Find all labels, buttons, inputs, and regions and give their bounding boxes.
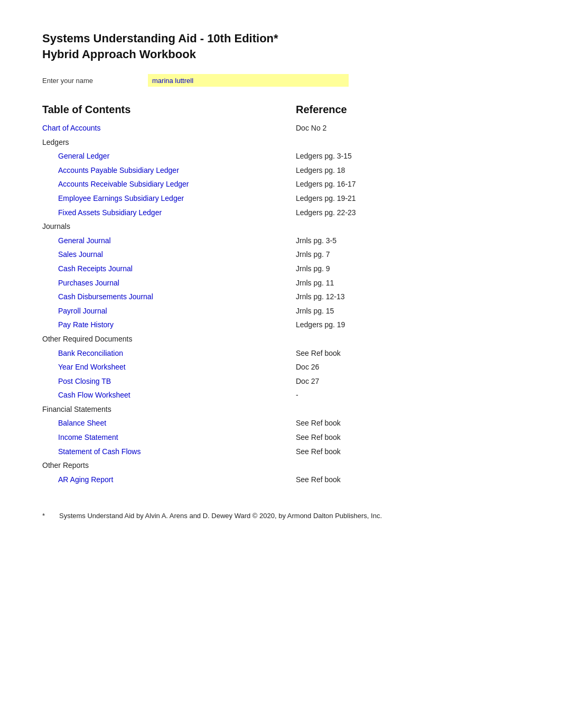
toc-item[interactable]: Balance Sheet <box>42 416 296 430</box>
ref-item: Ledgers pg. 18 <box>296 163 519 178</box>
toc-link[interactable]: Year End Worksheet <box>58 363 126 371</box>
toc-item[interactable]: Year End Worksheet <box>42 360 296 374</box>
ref-item: Ledgers pg. 3-15 <box>296 149 519 163</box>
toc-link[interactable]: Post Closing TB <box>58 377 111 385</box>
ref-item: See Ref book <box>296 430 519 445</box>
ref-item <box>296 135 519 150</box>
ref-item: Jrnls pg. 12-13 <box>296 290 519 304</box>
toc-item[interactable]: Cash Disbursements Journal <box>42 290 296 304</box>
name-label: Enter your name <box>42 77 148 85</box>
toc-section-label: Journals <box>42 222 70 231</box>
toc-item[interactable]: Chart of Accounts <box>42 121 296 135</box>
footnote-text: Systems Understand Aid by Alvin A. Arens… <box>59 512 382 520</box>
toc-item[interactable]: Statement of Cash Flows <box>42 445 296 459</box>
toc-link[interactable]: General Ledger <box>58 152 109 160</box>
toc-item[interactable]: Income Statement <box>42 430 296 445</box>
ref-item: Ledgers pg. 19 <box>296 318 519 332</box>
toc-link[interactable]: Statement of Cash Flows <box>58 447 141 456</box>
toc-item: Other Reports <box>42 458 296 473</box>
toc-item[interactable]: Payroll Journal <box>42 304 296 318</box>
toc-item[interactable]: Purchases Journal <box>42 276 296 290</box>
toc-section-label: Ledgers <box>42 138 69 146</box>
ref-item: Ledgers pg. 19-21 <box>296 191 519 206</box>
toc-section-label: Financial Statements <box>42 405 111 413</box>
toc-item: Ledgers <box>42 135 296 150</box>
toc-item[interactable]: General Ledger <box>42 149 296 163</box>
toc-link[interactable]: General Journal <box>58 236 111 245</box>
toc-item[interactable]: Cash Receipts Journal <box>42 262 296 276</box>
ref-header: Reference <box>296 104 519 116</box>
toc-link[interactable]: Cash Disbursements Journal <box>58 292 153 301</box>
ref-item: Jrnls pg. 15 <box>296 304 519 318</box>
toc-item: Other Required Documents <box>42 332 296 346</box>
ref-item: Ledgers pg. 22-23 <box>296 206 519 220</box>
toc-item[interactable]: Employee Earnings Subsidiary Ledger <box>42 191 296 206</box>
ref-item: - <box>296 388 519 402</box>
toc-item[interactable]: Post Closing TB <box>42 374 296 389</box>
ref-item: Doc No 2 <box>296 121 519 135</box>
ref-item: Ledgers pg. 16-17 <box>296 177 519 191</box>
name-input[interactable] <box>148 74 349 87</box>
ref-item: Doc 26 <box>296 360 519 374</box>
toc-link[interactable]: Pay Rate History <box>58 320 114 329</box>
toc-item[interactable]: General Journal <box>42 234 296 248</box>
toc-link[interactable]: Income Statement <box>58 433 118 441</box>
ref-item: Doc 27 <box>296 374 519 389</box>
toc-link[interactable]: Purchases Journal <box>58 279 119 287</box>
toc-item[interactable]: Accounts Payable Subsidiary Ledger <box>42 163 296 178</box>
ref-item: See Ref book <box>296 416 519 430</box>
ref-item: Jrnls pg. 9 <box>296 262 519 276</box>
toc-link[interactable]: Cash Receipts Journal <box>58 264 133 273</box>
ref-item: See Ref book <box>296 473 519 487</box>
toc-item[interactable]: Sales Journal <box>42 247 296 262</box>
toc-item[interactable]: Bank Reconciliation <box>42 346 296 361</box>
ref-item: Jrnls pg. 11 <box>296 276 519 290</box>
toc-link[interactable]: Accounts Receivable Subsidiary Ledger <box>58 180 189 188</box>
toc-header: Table of Contents <box>42 104 296 116</box>
toc-link[interactable]: Employee Earnings Subsidiary Ledger <box>58 194 184 202</box>
toc-link[interactable]: Payroll Journal <box>58 307 107 315</box>
toc-item[interactable]: Fixed Assets Subsidiary Ledger <box>42 206 296 220</box>
toc-item: Journals <box>42 219 296 234</box>
ref-item <box>296 402 519 417</box>
footnote-star: * <box>42 512 51 520</box>
ref-item <box>296 332 519 346</box>
ref-item <box>296 219 519 234</box>
main-title-line2: Hybrid Approach Workbook <box>42 48 519 61</box>
ref-item: Jrnls pg. 3-5 <box>296 234 519 248</box>
toc-link[interactable]: Fixed Assets Subsidiary Ledger <box>58 208 162 217</box>
toc-item: Financial Statements <box>42 402 296 417</box>
toc-link[interactable]: AR Aging Report <box>58 475 113 484</box>
toc-link[interactable]: Chart of Accounts <box>42 124 101 132</box>
toc-item[interactable]: Cash Flow Worksheet <box>42 388 296 402</box>
toc-item[interactable]: Pay Rate History <box>42 318 296 332</box>
main-title-line1: Systems Understanding Aid - 10th Edition… <box>42 32 519 45</box>
toc-section-label: Other Reports <box>42 461 89 469</box>
toc-item[interactable]: Accounts Receivable Subsidiary Ledger <box>42 177 296 191</box>
toc-link[interactable]: Bank Reconciliation <box>58 349 123 357</box>
toc-section-label: Other Required Documents <box>42 335 132 343</box>
toc-link[interactable]: Sales Journal <box>58 250 103 259</box>
ref-item: See Ref book <box>296 445 519 459</box>
toc-item[interactable]: AR Aging Report <box>42 473 296 487</box>
ref-item: Jrnls pg. 7 <box>296 247 519 262</box>
toc-link[interactable]: Balance Sheet <box>58 419 106 427</box>
toc-link[interactable]: Cash Flow Worksheet <box>58 391 130 399</box>
ref-item: See Ref book <box>296 346 519 361</box>
ref-item <box>296 458 519 473</box>
toc-link[interactable]: Accounts Payable Subsidiary Ledger <box>58 166 179 174</box>
